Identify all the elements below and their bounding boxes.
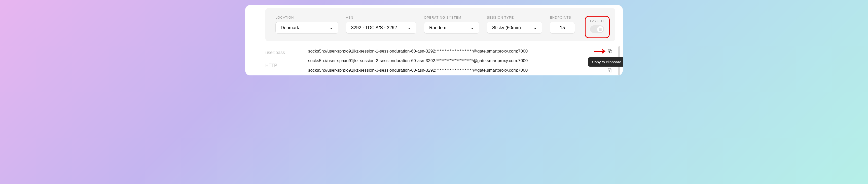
session-value: Sticky (60min) [492, 25, 521, 30]
endpoints-label: ENDPOINTS [550, 15, 575, 20]
asn-filter-group: ASN 3292 - TDC A/S - 3292 [346, 15, 416, 34]
endpoint-list: socks5h://user-spnxo91jkz-session-1-sess… [308, 49, 613, 73]
sidebar-item-http[interactable]: HTTP [265, 63, 293, 68]
chevron-down-icon [408, 26, 411, 30]
filter-bar: LOCATION Denmark ASN 3292 - TDC A/S - 32… [265, 8, 615, 41]
asn-label: ASN [346, 15, 416, 20]
chevron-down-icon [330, 26, 333, 30]
endpoints-input[interactable] [550, 22, 575, 34]
endpoint-text: socks5h://user-spnxo91jkz-session-2-sess… [308, 58, 528, 63]
chevron-down-icon [470, 26, 474, 30]
location-label: LOCATION [275, 15, 338, 20]
copy-icon[interactable] [608, 68, 613, 73]
location-dropdown[interactable]: Denmark [275, 22, 338, 34]
os-filter-group: OPERATING SYSTEM Random [424, 15, 479, 34]
sidebar-item-userpass[interactable]: user:pass [265, 50, 293, 55]
os-dropdown[interactable]: Random [424, 22, 479, 34]
endpoint-row: socks5h://user-spnxo91jkz-session-1-sess… [308, 49, 613, 54]
copy-area: Copy to clipboard [594, 49, 613, 54]
location-value: Denmark [281, 25, 299, 30]
layout-label: LAYOUT [590, 19, 604, 23]
svg-rect-1 [610, 51, 612, 53]
asn-dropdown[interactable]: 3292 - TDC A/S - 3292 [346, 22, 416, 34]
layout-highlight-annotation: LAYOUT [585, 16, 610, 38]
endpoint-text: socks5h://user-spnxo91jkz-session-3-sess… [308, 68, 528, 73]
proxy-config-window: LOCATION Denmark ASN 3292 - TDC A/S - 32… [245, 5, 623, 75]
svg-rect-3 [610, 70, 612, 72]
session-label: SESSION TYPE [487, 15, 542, 20]
os-label: OPERATING SYSTEM [424, 15, 479, 20]
endpoint-text: socks5h://user-spnxo91jkz-session-1-sess… [308, 49, 528, 54]
content-area: user:pass HTTP socks5h://user-spnxo91jkz… [245, 46, 623, 75]
copy-area [608, 68, 613, 73]
toggle-knob [597, 26, 603, 32]
hamburger-icon [599, 28, 602, 30]
copy-icon[interactable] [608, 49, 613, 54]
format-sidebar: user:pass HTTP [265, 49, 293, 73]
chevron-down-icon [533, 26, 537, 30]
location-filter-group: LOCATION Denmark [275, 15, 338, 34]
endpoints-filter-group: ENDPOINTS [550, 15, 575, 34]
arrow-annotation-icon [594, 49, 606, 54]
layout-toggle[interactable] [590, 25, 604, 33]
endpoint-row: socks5h://user-spnxo91jkz-session-2-sess… [308, 58, 613, 63]
endpoint-row: socks5h://user-spnxo91jkz-session-3-sess… [308, 68, 613, 73]
copy-tooltip: Copy to clipboard [588, 57, 623, 67]
layout-filter-group: LAYOUT [589, 19, 605, 34]
session-filter-group: SESSION TYPE Sticky (60min) [487, 15, 542, 34]
session-dropdown[interactable]: Sticky (60min) [487, 22, 542, 34]
os-value: Random [429, 25, 446, 30]
asn-value: 3292 - TDC A/S - 3292 [351, 25, 397, 30]
